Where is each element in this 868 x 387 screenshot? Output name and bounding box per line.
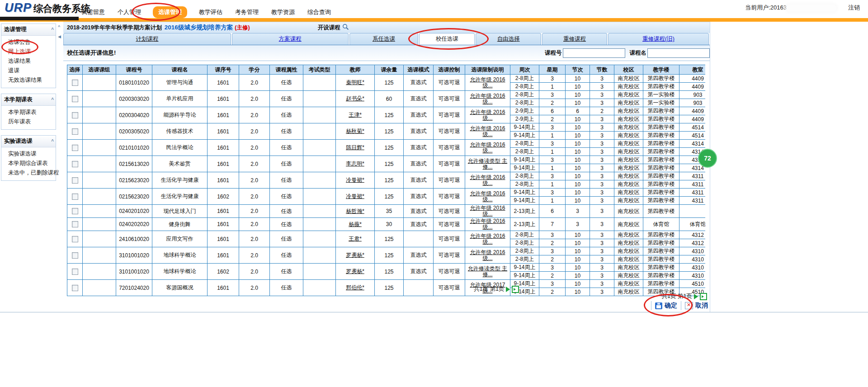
teacher-link[interactable]: 秦明旺* <box>346 79 364 85</box>
limit-link[interactable]: 允许年级 2016 级... <box>466 93 509 105</box>
row-checkbox[interactable] <box>72 177 78 184</box>
teacher-link[interactable]: 王君* <box>349 236 362 242</box>
tab-2[interactable]: 系任选课 <box>349 33 419 45</box>
cell-quota: 125 <box>375 172 404 189</box>
row-checkbox[interactable] <box>72 236 78 242</box>
cell-exam-type <box>303 264 336 280</box>
limit-link[interactable]: 允许年级 2016 级... <box>466 190 509 203</box>
cell-limit: 允许年级 2016 级... <box>465 205 510 218</box>
tab-3[interactable]: 校任选课 <box>419 33 475 45</box>
row-checkbox[interactable] <box>72 145 78 151</box>
row-checkbox[interactable] <box>72 285 78 291</box>
teacher-link[interactable]: 冷曼裙* <box>346 193 364 199</box>
program-title-link[interactable]: 2016级城乡规划培养方案 <box>165 24 233 32</box>
teacher-link[interactable]: 李志明* <box>346 160 364 167</box>
chevron-up-icon[interactable]: ^ <box>51 27 54 32</box>
tab-1[interactable]: 方案课程 <box>232 33 349 45</box>
cell-room: 4409 <box>679 107 706 115</box>
limit-link[interactable]: 允许年级 2016 级... <box>466 76 509 89</box>
row-checkbox[interactable] <box>72 208 78 214</box>
cancel-button[interactable]: 取消 <box>685 302 708 310</box>
row-checkbox[interactable] <box>72 252 78 259</box>
teacher-link[interactable]: 王津* <box>349 112 362 118</box>
chevron-up-icon[interactable]: ^ <box>51 97 54 102</box>
sidebar-section-title[interactable]: 实验课选课^ <box>1 136 56 147</box>
teacher-link[interactable]: 罗䶮杨* <box>346 252 364 258</box>
limit-link[interactable]: 允许年级 2016 级... <box>466 142 509 154</box>
teacher-link[interactable]: 邢伯伦* <box>346 284 364 291</box>
cell-period-count: 3 <box>590 164 614 172</box>
limit-link[interactable]: 允许年级 2016 级... <box>466 174 509 187</box>
sidebar-item[interactable]: 本学期课表 <box>1 108 56 117</box>
sidebar-item[interactable]: 未选中，已删除课程 <box>1 168 56 178</box>
limit-link[interactable]: 允许年级 2016 级... <box>466 109 509 122</box>
teacher-link[interactable]: 罗䶮杨* <box>346 268 364 274</box>
row-checkbox[interactable] <box>72 194 78 200</box>
sidebar-section-title[interactable]: 本学期课表^ <box>1 94 56 106</box>
nav-item-5[interactable]: 教学资源 <box>270 6 296 18</box>
row-checkbox[interactable] <box>72 269 78 275</box>
tab-4[interactable]: 自由选择 <box>476 33 541 45</box>
floating-badge[interactable]: 72 <box>698 149 717 168</box>
nav-item-6[interactable]: 综合查询 <box>307 6 332 18</box>
row-checkbox[interactable] <box>72 221 78 227</box>
cell-quota: 125 <box>375 280 404 296</box>
teacher-link[interactable]: 陈日辉* <box>346 144 364 151</box>
confirm-button[interactable]: 确定 <box>655 302 677 310</box>
limit-link[interactable]: 允许修读类型 主修... <box>466 158 509 170</box>
sidebar-section-title[interactable]: 选课管理^ <box>1 24 56 36</box>
tab-0[interactable]: 计划课程 <box>63 33 231 45</box>
row-checkbox[interactable] <box>72 96 78 102</box>
sidebar-collapse-strip[interactable]: ^ ◀ <box>57 24 64 312</box>
sidebar-item[interactable]: 选课结果 <box>1 57 56 66</box>
teacher-link[interactable]: 冷曼裙* <box>346 177 364 183</box>
limit-link[interactable]: 允许年级 2016 级... <box>466 218 509 231</box>
sidebar-item[interactable]: 网上选课 <box>1 47 56 57</box>
sidebar-item[interactable]: 历年课表 <box>1 117 56 127</box>
course-table: 选择选课课组课程号课程名课序号学分课程属性考试类型教师课余量选课模式选课控制选课… <box>67 65 705 296</box>
cell-campus: 南充校区 <box>614 83 643 91</box>
limit-link[interactable]: 允许年级 2016 级... <box>466 205 509 217</box>
limit-link[interactable]: 允许修读类型 主修... <box>466 265 509 278</box>
tab-6[interactable]: 重修课程(旧) <box>608 33 709 45</box>
teacher-link[interactable]: 杨薇* <box>349 221 362 227</box>
row-checkbox[interactable] <box>72 161 78 167</box>
last-page-icon[interactable] <box>512 286 519 293</box>
chevron-up-icon[interactable]: ^ <box>51 139 54 144</box>
sidebar-item[interactable]: 无效选课结果 <box>1 76 56 85</box>
row-checkbox[interactable] <box>72 80 78 86</box>
sidebar-item[interactable]: 本学期综合课表 <box>1 159 56 168</box>
limit-link[interactable]: 允许年级 2016 级... <box>466 125 509 138</box>
magnifier-icon[interactable] <box>342 24 349 32</box>
course-no-input[interactable] <box>563 48 625 58</box>
course-name-input[interactable] <box>647 48 710 58</box>
table-row: 3101001020地球科学概论16012.0任选罗䶮杨*125直选式可选可退允… <box>67 247 706 255</box>
cell-room: 4311 <box>679 172 706 180</box>
row-checkbox[interactable] <box>72 112 78 118</box>
sidebar-item[interactable]: 选课公告 <box>1 38 56 47</box>
cell-mode: 直选式 <box>404 247 434 264</box>
teacher-link[interactable]: 赵书朵* <box>346 95 364 102</box>
tab-5[interactable]: 重修课程 <box>542 33 607 45</box>
cell-room: 903 <box>679 99 706 107</box>
cell-attribute: 任选 <box>270 140 303 156</box>
next-page-icon-2[interactable] <box>694 294 698 299</box>
next-page-icon[interactable] <box>506 287 510 292</box>
cell-teacher: 杨秋菊* <box>336 123 375 140</box>
collapse-left-icon[interactable]: ◀ <box>58 34 61 39</box>
limit-link[interactable]: 允许年级 2016 级... <box>466 233 509 245</box>
logout-link[interactable]: 注销 <box>848 4 860 11</box>
nav-item-3[interactable]: 教学评估 <box>198 6 223 18</box>
nav-item-2[interactable]: 选课管理 <box>153 6 187 18</box>
nav-item-0[interactable]: 我需留意 <box>80 6 106 18</box>
sidebar-item[interactable]: 退课 <box>1 66 56 76</box>
nav-item-4[interactable]: 考务管理 <box>234 6 259 18</box>
limit-link[interactable]: 允许年级 2016 级... <box>466 249 509 262</box>
teacher-link[interactable]: 杨秋菊* <box>346 128 364 134</box>
sidebar-item[interactable]: 实验课选课 <box>1 149 56 159</box>
teacher-link[interactable]: 杨哲瀚* <box>346 208 364 214</box>
chevron-up-icon[interactable]: ^ <box>58 24 60 29</box>
last-page-icon-2[interactable] <box>700 293 707 300</box>
row-checkbox[interactable] <box>72 128 78 135</box>
nav-item-1[interactable]: 个人管理 <box>117 6 142 18</box>
